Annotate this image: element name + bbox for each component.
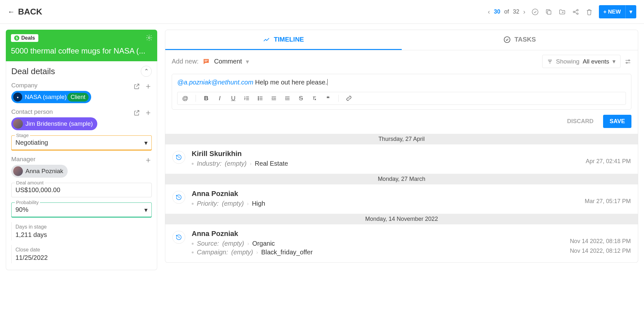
- chevron-right-icon: ›: [250, 161, 252, 167]
- timeline-item: Anna Pozniak Source: (empty) › Organic C…: [165, 224, 638, 262]
- tab-timeline[interactable]: TIMELINE: [165, 30, 402, 50]
- mention-icon[interactable]: @: [182, 95, 188, 102]
- chevron-right-icon[interactable]: ›: [523, 8, 525, 15]
- days-in-stage-label: Days in stage: [15, 224, 148, 230]
- deal-amount-value: US$100,000.00: [15, 186, 60, 193]
- chevron-right-icon: ›: [247, 241, 249, 247]
- showing-filter[interactable]: Showing All events ▾: [542, 55, 620, 68]
- plus-icon[interactable]: [145, 157, 152, 164]
- caret-down-icon[interactable]: ▾: [625, 5, 636, 18]
- showing-value: All events: [583, 58, 609, 65]
- share-icon[interactable]: [572, 8, 580, 16]
- timeline-user: Anna Pozniak: [192, 190, 631, 198]
- collapse-button[interactable]: ⌃: [141, 66, 152, 77]
- timeline-time: Apr 27, 02:41 PM: [586, 158, 631, 165]
- composer-text[interactable]: @a.pozniak@nethunt.com Help me out here …: [177, 79, 626, 86]
- open-link-icon[interactable]: [133, 83, 140, 90]
- svg-point-9: [258, 96, 259, 97]
- discard-button[interactable]: DISCARD: [562, 115, 598, 128]
- timeline-user: Anna Pozniak: [192, 230, 631, 238]
- caret-down-icon[interactable]: ▾: [246, 58, 249, 65]
- deal-amount-label: Deal amount: [15, 180, 45, 185]
- stage-label: Stage: [15, 132, 30, 138]
- strikethrough-icon[interactable]: S: [298, 95, 304, 102]
- mention: @a.pozniak@nethunt.com: [177, 79, 253, 86]
- indent-decrease-icon[interactable]: [271, 95, 277, 102]
- link-icon[interactable]: [346, 95, 352, 102]
- composer-body: Help me out here please.: [255, 79, 327, 86]
- company-chip[interactable]: ● NASA (sample) Client: [11, 91, 91, 103]
- history-icon: [172, 231, 185, 244]
- comment-composer[interactable]: @a.pozniak@nethunt.com Help me out here …: [172, 74, 631, 110]
- date-separator: Thursday, 27 April: [165, 134, 638, 144]
- settings-icon[interactable]: [624, 58, 631, 65]
- stage-select[interactable]: Stage Negotiating ▾: [11, 135, 152, 151]
- contact-chip[interactable]: Jim Bridenstine (sample): [11, 117, 97, 130]
- probability-value: 90%: [15, 206, 28, 213]
- company-name: NASA (sample): [25, 93, 67, 101]
- open-link-icon[interactable]: [133, 109, 140, 116]
- history-icon: [172, 191, 185, 204]
- deal-title: 5000 thermal coffee mugs for NASA (...: [11, 46, 152, 55]
- close-date-label: Close date: [15, 247, 148, 253]
- new-type-select[interactable]: Comment: [214, 58, 242, 65]
- timeline-user: Kirill Skurikhin: [192, 150, 631, 158]
- avatar: [13, 119, 23, 129]
- details-heading: Deal details: [11, 66, 55, 76]
- deal-header-card: $ Deals 5000 thermal coffee mugs for NAS…: [6, 30, 157, 61]
- manager-name: Anna Pozniak: [25, 168, 63, 175]
- avatar: [13, 166, 23, 176]
- svg-point-6: [504, 36, 510, 42]
- deals-pill[interactable]: $ Deals: [11, 34, 38, 42]
- timeline-change: Source: (empty) › Organic: [192, 240, 631, 247]
- timeline-time: Nov 14 2022, 08:12 PM: [570, 248, 631, 254]
- pager-total: 32: [513, 8, 519, 15]
- chevron-left-icon[interactable]: ‹: [488, 8, 490, 15]
- check-circle-icon[interactable]: [531, 8, 539, 16]
- header: ← BACK ‹ 30 of 32 › + NEW ▾: [0, 0, 644, 24]
- tab-tasks[interactable]: TASKS: [402, 30, 638, 50]
- check-circle-icon: [504, 36, 511, 43]
- back-button[interactable]: ← BACK: [8, 7, 42, 17]
- tab-timeline-label: TIMELINE: [274, 36, 304, 43]
- indent-increase-icon[interactable]: [284, 95, 291, 102]
- timeline-item: Kirill Skurikhin Industry: (empty) › Rea…: [165, 144, 638, 174]
- bold-icon[interactable]: B: [203, 95, 209, 102]
- chevron-up-icon: ⌃: [144, 68, 149, 75]
- dollar-icon: $: [14, 35, 19, 41]
- addnew-row: Add new: Comment ▾ Showing All events ▾: [165, 50, 638, 73]
- back-label: BACK: [18, 7, 42, 17]
- timeline-time: Mar 27, 05:17 PM: [585, 198, 631, 205]
- timeline-item: Anna Pozniak Priority: (empty) › High Ma…: [165, 184, 638, 214]
- bullet-list-icon[interactable]: [257, 95, 264, 102]
- plus-icon[interactable]: [145, 83, 152, 90]
- timeline-content: Add new: Comment ▾ Showing All events ▾: [165, 50, 638, 263]
- gear-icon[interactable]: [146, 34, 153, 41]
- save-button[interactable]: SAVE: [603, 115, 631, 128]
- header-actions: ‹ 30 of 32 › + NEW ▾: [488, 5, 636, 18]
- company-avatar-icon: ●: [13, 93, 22, 102]
- clear-format-icon[interactable]: [311, 95, 318, 102]
- manager-chip[interactable]: Anna Pozniak: [11, 165, 68, 178]
- deals-pill-label: Deals: [21, 35, 35, 41]
- move-folder-icon[interactable]: [558, 8, 566, 16]
- ordered-list-icon[interactable]: [244, 95, 250, 102]
- tab-tasks-label: TASKS: [514, 36, 536, 43]
- italic-icon[interactable]: I: [216, 95, 223, 102]
- text-cursor: [327, 79, 328, 85]
- probability-select[interactable]: Probability 90% ▾: [11, 202, 152, 218]
- timeline-change: Industry: (empty) › Real Estate: [192, 160, 631, 167]
- new-button[interactable]: + NEW ▾: [599, 5, 636, 18]
- comment-icon: [202, 58, 210, 65]
- plus-icon[interactable]: [145, 109, 152, 116]
- deal-details-card: Deal details ⌃ Company ● NASA (sample) C…: [6, 61, 157, 270]
- close-date-field[interactable]: Close date 11/25/2022: [11, 245, 152, 263]
- caret-down-icon: ▾: [144, 139, 148, 147]
- svg-point-0: [532, 9, 538, 15]
- deal-amount-input[interactable]: Deal amount US$100,000.00: [11, 183, 152, 197]
- quote-icon[interactable]: ❝: [325, 95, 331, 102]
- underline-icon[interactable]: U: [230, 95, 236, 102]
- trash-icon[interactable]: [585, 8, 593, 16]
- main-panel: TIMELINE TASKS Add new: Comment ▾ Showin: [165, 30, 638, 270]
- copy-icon[interactable]: [545, 8, 553, 16]
